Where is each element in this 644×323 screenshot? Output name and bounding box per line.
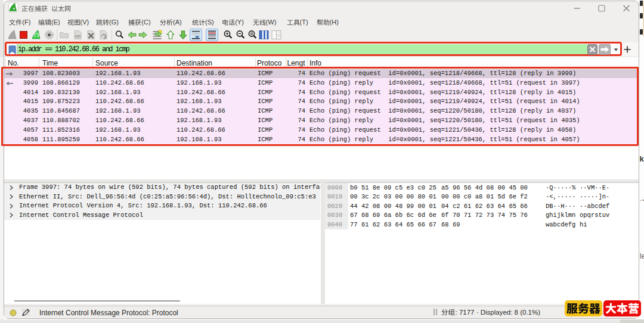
svg-text:010: 010	[76, 36, 80, 38]
